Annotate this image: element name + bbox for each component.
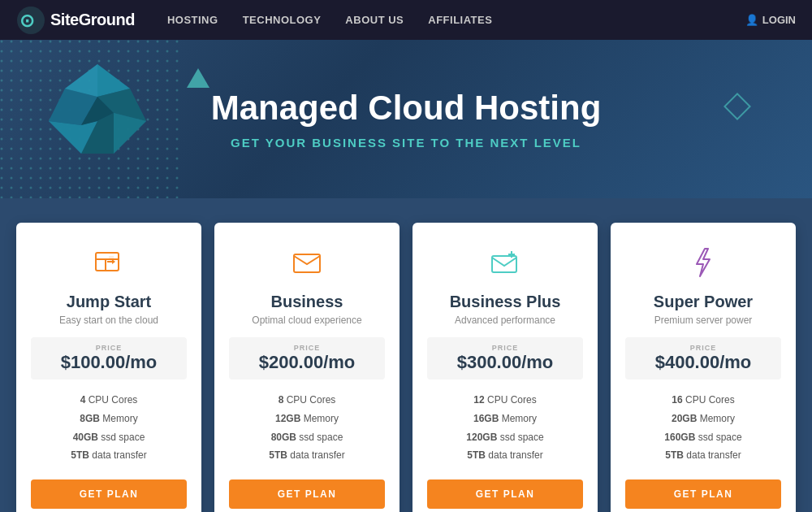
nav-hosting[interactable]: HOSTING	[167, 14, 218, 26]
get-plan-button-business[interactable]: GET PLAN	[229, 479, 385, 509]
price-value-business: $200.00/mo	[240, 352, 374, 373]
plan-desc-jump-start: Easy start on the cloud	[59, 315, 158, 326]
plan-specs-jump-start: 4 CPU Cores 8GB Memory 40GB ssd space 5T…	[31, 391, 187, 465]
navbar: ⊙ SiteGround HOSTING TECHNOLOGY ABOUT US…	[0, 0, 812, 40]
login-button[interactable]: 👤 LOGIN	[745, 14, 796, 26]
price-box-business-plus: PRICE $300.00/mo	[427, 337, 583, 380]
pricing-grid: Jump Start Easy start on the cloud PRICE…	[16, 223, 796, 512]
plan-desc-super-power: Premium server power	[654, 315, 753, 326]
plan-specs-business: 8 CPU Cores 12GB Memory 80GB ssd space 5…	[229, 391, 385, 465]
hero-cloud-illustration	[32, 56, 162, 162]
plan-name-jump-start: Jump Start	[67, 293, 151, 311]
plan-icon-jump-start	[89, 242, 129, 283]
price-label-2: PRICE	[438, 344, 572, 352]
price-value-jump-start: $100.00/mo	[42, 352, 175, 373]
plan-name-business-plus: Business Plus	[450, 293, 561, 311]
nav-links: HOSTING TECHNOLOGY ABOUT US AFFILIATES	[167, 14, 745, 26]
nav-about-us[interactable]: ABOUT US	[345, 14, 404, 26]
hero-content: Managed Cloud Hosting GET YOUR BUSINESS …	[211, 89, 602, 150]
plan-name-business: Business	[271, 293, 343, 311]
plan-card-jump-start: Jump Start Easy start on the cloud PRICE…	[16, 223, 201, 512]
plan-card-business: Business Optimal cloud experience PRICE …	[214, 223, 400, 512]
plan-card-business-plus: Business Plus Advanced performance PRICE…	[412, 223, 598, 512]
login-label: LOGIN	[762, 14, 796, 26]
svg-rect-20	[492, 256, 516, 272]
triangle-decoration-top	[187, 68, 209, 88]
logo-text: SiteGround	[50, 11, 135, 29]
get-plan-button-business-plus[interactable]: GET PLAN	[427, 479, 583, 509]
plan-icon-business	[287, 242, 327, 283]
hero-section: Managed Cloud Hosting GET YOUR BUSINESS …	[0, 40, 812, 198]
logo[interactable]: ⊙ SiteGround	[16, 6, 135, 35]
svg-marker-23	[697, 249, 710, 276]
price-box-jump-start: PRICE $100.00/mo	[31, 337, 187, 380]
plan-card-super-power: Super Power Premium server power PRICE $…	[611, 223, 796, 512]
main-content: Jump Start Easy start on the cloud PRICE…	[0, 198, 812, 512]
svg-text:⊙: ⊙	[19, 11, 34, 31]
bottom-right-decoration	[731, 499, 812, 512]
hero-title: Managed Cloud Hosting	[211, 89, 602, 128]
user-icon: 👤	[745, 14, 758, 26]
price-value-super-power: $400.00/mo	[637, 352, 770, 373]
triangle-decoration-right	[723, 93, 751, 120]
price-box-business: PRICE $200.00/mo	[229, 337, 385, 380]
logo-icon: ⊙	[16, 6, 45, 35]
get-plan-button-jump-start[interactable]: GET PLAN	[31, 479, 187, 509]
nav-technology[interactable]: TECHNOLOGY	[243, 14, 322, 26]
price-label-1: PRICE	[240, 344, 374, 352]
plan-desc-business: Optimal cloud experience	[252, 315, 361, 326]
price-label-0: PRICE	[42, 344, 175, 352]
plan-name-super-power: Super Power	[654, 293, 753, 311]
plan-icon-business-plus	[485, 242, 525, 283]
price-label-3: PRICE	[637, 344, 770, 352]
price-box-super-power: PRICE $400.00/mo	[625, 337, 781, 380]
price-value-business-plus: $300.00/mo	[438, 352, 572, 373]
plan-specs-super-power: 16 CPU Cores 20GB Memory 160GB ssd space…	[625, 391, 781, 465]
plan-icon-super-power	[683, 242, 723, 283]
plan-desc-business-plus: Advanced performance	[455, 315, 555, 326]
nav-affiliates[interactable]: AFFILIATES	[428, 14, 492, 26]
plan-specs-business-plus: 12 CPU Cores 16GB Memory 120GB ssd space…	[427, 391, 583, 465]
hero-subtitle: GET YOUR BUSINESS SITE TO THE NEXT LEVEL	[211, 136, 602, 150]
